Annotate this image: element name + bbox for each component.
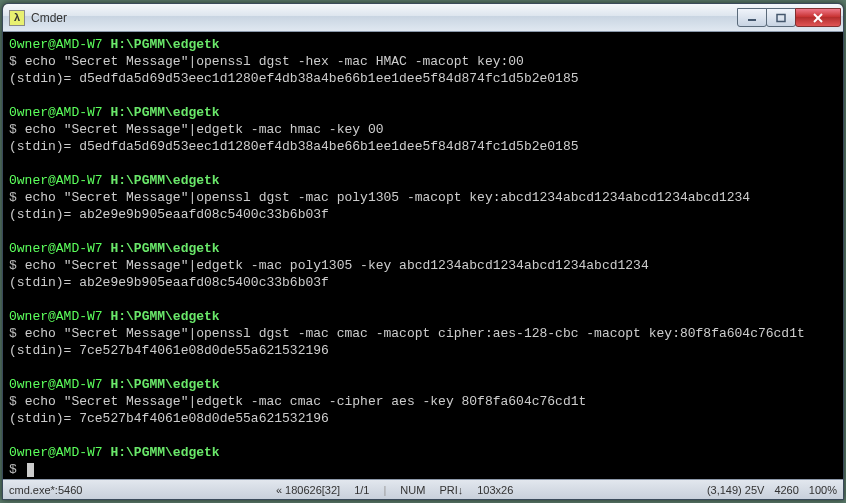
status-pos: (3,149) 25V [707, 484, 764, 496]
status-buffer: « 180626[32] [276, 484, 340, 496]
prompt-user: 0wner@AMD-W7 [9, 241, 103, 256]
command-text: echo "Secret Message"|edgetk -mac poly13… [25, 258, 649, 273]
terminal-block: 0wner@AMD-W7 H:\PGMM\edgetk$ echo "Secre… [9, 240, 837, 291]
command-output: (stdin)= ab2e9e9b905eaafd08c5400c33b6b03… [9, 274, 837, 291]
prompt-path: H:\PGMM\edgetk [110, 309, 219, 324]
prompt-user: 0wner@AMD-W7 [9, 377, 103, 392]
command-output: (stdin)= ab2e9e9b905eaafd08c5400c33b6b03… [9, 206, 837, 223]
prompt-dollar: $ [9, 190, 17, 205]
close-button[interactable] [795, 8, 841, 27]
prompt-user: 0wner@AMD-W7 [9, 105, 103, 120]
terminal-block: 0wner@AMD-W7 H:\PGMM\edgetk$ echo "Secre… [9, 376, 837, 427]
window-frame: λ Cmder 0wner@AMD-W7 H:\PGMM\edgetk$ ech… [2, 3, 844, 500]
prompt-user: 0wner@AMD-W7 [9, 445, 103, 460]
prompt-dollar: $ [9, 394, 17, 409]
terminal-block: 0wner@AMD-W7 H:\PGMM\edgetk$ echo "Secre… [9, 104, 837, 155]
prompt-path: H:\PGMM\edgetk [110, 37, 219, 52]
prompt-dollar: $ [9, 326, 17, 341]
prompt-dollar: $ [9, 258, 17, 273]
titlebar[interactable]: λ Cmder [3, 4, 843, 32]
command-output: (stdin)= 7ce527b4f4061e08d0de55a62153219… [9, 410, 837, 427]
prompt-user: 0wner@AMD-W7 [9, 309, 103, 324]
terminal-block: 0wner@AMD-W7 H:\PGMM\edgetk$ echo "Secre… [9, 36, 837, 87]
svg-rect-1 [777, 14, 785, 21]
statusbar: cmd.exe*:5460 « 180626[32] 1/1 | NUM PRI… [3, 479, 843, 499]
prompt-path: H:\PGMM\edgetk [110, 445, 219, 460]
prompt-path: H:\PGMM\edgetk [110, 241, 219, 256]
status-process: cmd.exe*:5460 [9, 484, 82, 496]
prompt-dollar: $ [9, 462, 17, 477]
app-icon: λ [9, 10, 25, 26]
window-title: Cmder [31, 11, 738, 25]
command-output: (stdin)= d5edfda5d69d53eec1d1280ef4db38a… [9, 138, 837, 155]
command-text: echo "Secret Message"|openssl dgst -mac … [25, 326, 805, 341]
terminal-block: 0wner@AMD-W7 H:\PGMM\edgetk$ echo "Secre… [9, 172, 837, 223]
maximize-button[interactable] [766, 8, 796, 27]
prompt-user: 0wner@AMD-W7 [9, 37, 103, 52]
prompt-path: H:\PGMM\edgetk [110, 105, 219, 120]
status-pri: PRI↓ [439, 484, 463, 496]
prompt-user: 0wner@AMD-W7 [9, 173, 103, 188]
cursor [27, 463, 34, 477]
status-size: 103x26 [477, 484, 513, 496]
command-text: echo "Secret Message"|edgetk -mac hmac -… [25, 122, 384, 137]
command-text: echo "Secret Message"|openssl dgst -mac … [25, 190, 751, 205]
command-output: (stdin)= 7ce527b4f4061e08d0de55a62153219… [9, 342, 837, 359]
status-frac: 1/1 [354, 484, 369, 496]
terminal-block: 0wner@AMD-W7 H:\PGMM\edgetk$ [9, 444, 837, 478]
terminal-area[interactable]: 0wner@AMD-W7 H:\PGMM\edgetk$ echo "Secre… [3, 32, 843, 479]
status-num: NUM [400, 484, 425, 496]
status-pct: 100% [809, 484, 837, 496]
command-text: echo "Secret Message"|edgetk -mac cmac -… [25, 394, 587, 409]
prompt-dollar: $ [9, 122, 17, 137]
minimize-button[interactable] [737, 8, 767, 27]
terminal-block: 0wner@AMD-W7 H:\PGMM\edgetk$ echo "Secre… [9, 308, 837, 359]
prompt-dollar: $ [9, 54, 17, 69]
command-text: echo "Secret Message"|openssl dgst -hex … [25, 54, 524, 69]
prompt-path: H:\PGMM\edgetk [110, 377, 219, 392]
status-cols: 4260 [774, 484, 798, 496]
prompt-path: H:\PGMM\edgetk [110, 173, 219, 188]
command-output: (stdin)= d5edfda5d69d53eec1d1280ef4db38a… [9, 70, 837, 87]
